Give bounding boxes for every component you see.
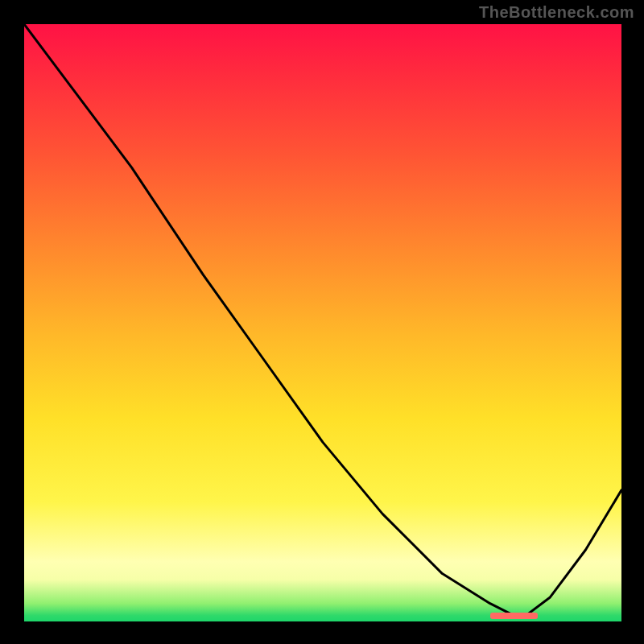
- watermark-text: TheBottleneck.com: [479, 3, 634, 22]
- optimal-range-marker: [490, 613, 538, 619]
- chart-container: TheBottleneck.com: [0, 0, 644, 644]
- plot-area: [24, 24, 621, 621]
- bottleneck-curve: [24, 24, 621, 621]
